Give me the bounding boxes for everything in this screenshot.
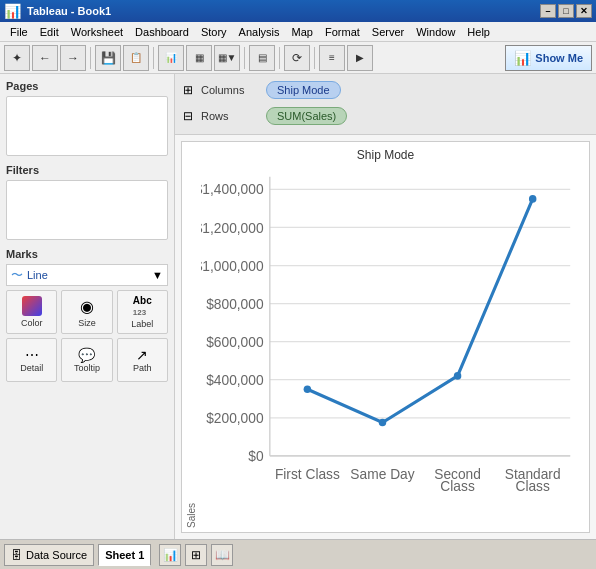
data-point-second-class [454, 372, 462, 380]
marks-size-button[interactable]: ◉ Size [61, 290, 112, 334]
toolbar-new-datasource[interactable]: 📋 [123, 45, 149, 71]
menu-story[interactable]: Story [195, 24, 233, 40]
marks-tooltip-button[interactable]: 💬 Tooltip [61, 338, 112, 382]
svg-text:$400,000: $400,000 [206, 372, 264, 388]
svg-text:Same Day: Same Day [350, 466, 414, 482]
status-bar: 🗄 Data Source Sheet 1 📊 ⊞ 📖 [0, 539, 596, 569]
chart-container: Ship Mode Sales $1,400,000 $1,200,000 [181, 141, 590, 533]
right-panel: ⊞ Columns Ship Mode ⊟ Rows SUM(Sales) Sh… [175, 74, 596, 539]
toolbar-save[interactable]: 💾 [95, 45, 121, 71]
tooltip-icon: 💬 [78, 347, 95, 363]
sheet-tab[interactable]: Sheet 1 [98, 544, 151, 566]
show-me-button[interactable]: 📊 Show Me [505, 45, 592, 71]
detail-label: Detail [20, 363, 43, 373]
toolbar-forward[interactable]: → [60, 45, 86, 71]
label-label: Label [131, 319, 153, 329]
marks-label: Marks [6, 248, 168, 260]
filters-section: Filters [6, 164, 168, 240]
toolbar-back[interactable]: ← [32, 45, 58, 71]
toolbar-home[interactable]: ✦ [4, 45, 30, 71]
pages-label: Pages [6, 80, 168, 92]
menu-dashboard[interactable]: Dashboard [129, 24, 195, 40]
label-icon: Abc123 [133, 295, 152, 317]
close-button[interactable]: ✕ [576, 4, 592, 18]
window-controls[interactable]: – □ ✕ [540, 4, 592, 18]
marks-grid: Color ◉ Size Abc123 Label [6, 290, 168, 334]
columns-shelf: ⊞ Columns Ship Mode [179, 78, 592, 102]
tab-icons: 📊 ⊞ 📖 [159, 544, 233, 566]
svg-text:$600,000: $600,000 [206, 334, 264, 350]
toolbar-chart1[interactable]: 📊 [158, 45, 184, 71]
filters-label: Filters [6, 164, 168, 176]
menu-format[interactable]: Format [319, 24, 366, 40]
data-source-tab[interactable]: 🗄 Data Source [4, 544, 94, 566]
marks-type-label: Line [27, 269, 152, 281]
menu-file[interactable]: File [4, 24, 34, 40]
separator-5 [314, 47, 315, 69]
data-point-standard-class [529, 195, 537, 203]
menu-edit[interactable]: Edit [34, 24, 65, 40]
marks-section: Marks 〜 Line ▼ Color ◉ Size Abc123 Label [6, 248, 168, 382]
rows-icon: ⊟ [179, 107, 197, 125]
columns-pill[interactable]: Ship Mode [266, 81, 341, 99]
tooltip-label: Tooltip [74, 363, 100, 373]
menu-window[interactable]: Window [410, 24, 461, 40]
y-axis-label: Sales [182, 164, 201, 532]
separator-4 [279, 47, 280, 69]
title-bar: 📊 Tableau - Book1 – □ ✕ [0, 0, 596, 22]
marks-row2: ⋯ Detail 💬 Tooltip ↗ Path [6, 338, 168, 382]
sheet-label: Sheet 1 [105, 549, 144, 561]
svg-text:$800,000: $800,000 [206, 296, 264, 312]
toolbar-fit[interactable]: ≡ [319, 45, 345, 71]
detail-icon: ⋯ [25, 347, 39, 363]
svg-text:Class: Class [440, 478, 474, 494]
marks-detail-button[interactable]: ⋯ Detail [6, 338, 57, 382]
svg-text:$1,400,000: $1,400,000 [201, 181, 264, 197]
new-dashboard-button[interactable]: ⊞ [185, 544, 207, 566]
chart-line [307, 199, 532, 423]
path-label: Path [133, 363, 152, 373]
rows-shelf: ⊟ Rows SUM(Sales) [179, 104, 592, 128]
dropdown-arrow: ▼ [152, 269, 163, 281]
menu-map[interactable]: Map [286, 24, 319, 40]
rows-label: Rows [201, 110, 266, 122]
toolbar-chart3[interactable]: ▦▼ [214, 45, 240, 71]
window-title: Tableau - Book1 [27, 5, 540, 17]
columns-icon: ⊞ [179, 81, 197, 99]
toolbar-refresh[interactable]: ⟳ [284, 45, 310, 71]
rows-pill[interactable]: SUM(Sales) [266, 107, 347, 125]
svg-text:First Class: First Class [275, 466, 340, 482]
pages-box [6, 96, 168, 156]
marks-type-dropdown[interactable]: 〜 Line ▼ [6, 264, 168, 286]
toolbar: ✦ ← → 💾 📋 📊 ▦ ▦▼ ▤ ⟳ ≡ ▶ 📊 Show Me [0, 42, 596, 74]
chart-svg-area: $1,400,000 $1,200,000 $1,000,000 $800,00… [201, 164, 589, 532]
chart-title: Ship Mode [357, 148, 414, 162]
new-worksheet-button[interactable]: 📊 [159, 544, 181, 566]
marks-label-button[interactable]: Abc123 Label [117, 290, 168, 334]
separator-3 [244, 47, 245, 69]
color-label: Color [21, 318, 43, 328]
toolbar-more[interactable]: ▶ [347, 45, 373, 71]
toolbar-filter[interactable]: ▤ [249, 45, 275, 71]
color-icon [22, 296, 42, 316]
pages-section: Pages [6, 80, 168, 156]
minimize-button[interactable]: – [540, 4, 556, 18]
menu-help[interactable]: Help [461, 24, 496, 40]
maximize-button[interactable]: □ [558, 4, 574, 18]
menu-server[interactable]: Server [366, 24, 410, 40]
separator-1 [90, 47, 91, 69]
new-story-button[interactable]: 📖 [211, 544, 233, 566]
size-label: Size [78, 318, 96, 328]
menu-worksheet[interactable]: Worksheet [65, 24, 129, 40]
marks-color-button[interactable]: Color [6, 290, 57, 334]
chart-inner: Sales $1,400,000 $1,200,000 $1,000,000 [182, 164, 589, 532]
toolbar-chart2[interactable]: ▦ [186, 45, 212, 71]
menu-analysis[interactable]: Analysis [233, 24, 286, 40]
size-icon: ◉ [80, 297, 94, 316]
marks-path-button[interactable]: ↗ Path [117, 338, 168, 382]
database-icon: 🗄 [11, 549, 22, 561]
data-source-label: Data Source [26, 549, 87, 561]
data-point-same-day [379, 419, 387, 427]
chart-icon: 📊 [514, 50, 531, 66]
svg-text:Class: Class [515, 478, 549, 494]
